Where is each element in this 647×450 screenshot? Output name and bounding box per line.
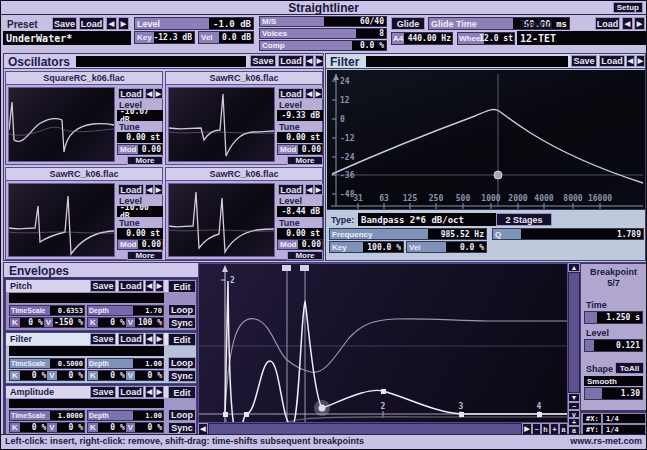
vscroll-thumb[interactable] <box>568 272 580 393</box>
breakpoint-time-slider[interactable]: 1.250 s <box>584 311 643 324</box>
oscillator-1-load-button[interactable]: Load <box>118 88 144 99</box>
preset-save-button[interactable]: Save <box>52 17 77 30</box>
envelope-amplitude-next-icon[interactable]: ▶ <box>155 386 164 398</box>
envelope-amplitude-timescale-slider[interactable]: TimeScale 1.0000 <box>9 410 85 421</box>
envelope-filter-loop-button[interactable]: Loop <box>168 357 196 369</box>
oscillator-2-next-icon[interactable]: ▶ <box>314 88 323 99</box>
envelope-pitch-depth-slider[interactable]: Depth 1.70 <box>87 305 164 316</box>
filter-stages-button[interactable]: 2 Stages <box>496 213 552 226</box>
filter-save-button[interactable]: Save <box>571 55 597 67</box>
filter-vel-slider[interactable]: Vel 0.0 % <box>406 241 487 253</box>
envelope-amplitude-sync-button[interactable]: Sync <box>168 422 196 434</box>
preset-name-field[interactable]: UnderWater* <box>3 31 131 45</box>
envelope-filter-depth-slider[interactable]: Depth 1.00 <box>87 358 164 369</box>
oscillator-3-tune-value[interactable]: 0.00 st <box>117 228 163 239</box>
breakpoint-shape-button[interactable]: ToAll <box>615 362 644 374</box>
envelope-pitch-sync-button[interactable]: Sync <box>168 317 196 329</box>
envelope-pitch-load-button[interactable]: Load <box>118 280 144 292</box>
breakpoint-level-slider[interactable]: 0.121 <box>584 339 643 352</box>
voices-slider[interactable]: Voices 8 <box>259 28 387 39</box>
oscillator-4-sample-name[interactable]: SawRC_k06.flac <box>166 168 322 181</box>
envelope-amplitude-edit-button[interactable]: Edit <box>168 386 196 399</box>
envelope-filter-save-button[interactable]: Save <box>90 333 116 345</box>
filter-prev-icon[interactable]: ◀ <box>626 55 635 67</box>
envelope-pitch-save-button[interactable]: Save <box>90 280 116 292</box>
oscillator-2-prev-icon[interactable]: ◀ <box>305 88 314 99</box>
oscillator-1-level-value[interactable]: -10.67 dB <box>117 110 163 121</box>
envelope-filter-file-field[interactable] <box>9 346 164 356</box>
envelope-pitch-kv2[interactable]: K 0 % V 100 % <box>87 317 164 328</box>
envelope-amplitude-kv2[interactable]: K 0 % V 0 % <box>87 422 164 433</box>
envelope-pitch-edit-button[interactable]: Edit <box>168 280 196 293</box>
envelope-amplitude-loop-button[interactable]: Loop <box>168 409 196 421</box>
envelope-pitch-file-field[interactable] <box>9 293 164 303</box>
envelope-amplitude-file-field[interactable] <box>9 399 164 408</box>
oscillator-4-prev-icon[interactable]: ◀ <box>305 184 314 195</box>
envelope-pitch-kv1[interactable]: K 0 % V -150 % <box>9 317 85 328</box>
oscillator-2-mod-slider[interactable]: Mod 0.00 <box>277 144 323 155</box>
preset-load-button[interactable]: Load <box>79 17 104 30</box>
breakpoint-smooth-slider[interactable]: 1.30 <box>584 387 643 400</box>
envelope-amplitude-depth-slider[interactable]: Depth 1.00 <box>87 410 164 421</box>
envelope-filter-edit-button[interactable]: Edit <box>168 333 196 346</box>
oscillator-4-more-button[interactable]: More <box>287 251 323 260</box>
oscillator-2-level-value[interactable]: -9.33 dB <box>277 110 323 121</box>
oscillator-2-sample-name[interactable]: SawRC_k06.flac <box>166 72 322 85</box>
filter-type-dropdown[interactable]: Bandpass 2*6 dB/oct <box>358 213 511 226</box>
envelope-pitch-next-icon[interactable]: ▶ <box>155 280 164 292</box>
vscroll-zoomin-button[interactable]: + <box>568 418 580 426</box>
envelope-filter-timescale-slider[interactable]: TimeScale 0.5000 <box>9 358 85 369</box>
filter-frequency-slider[interactable]: Frequency 985.52 Hz <box>329 228 487 240</box>
envelope-pitch-prev-icon[interactable]: ◀ <box>145 280 154 292</box>
oscillator-4-load-button[interactable]: Load <box>278 184 304 195</box>
wheel-slider[interactable]: Wheel 12.0 st <box>457 32 515 45</box>
oscillator-4-mod-slider[interactable]: Mod 0.00 <box>277 239 323 250</box>
envelope-filter-sync-button[interactable]: Sync <box>168 370 196 382</box>
filter-q-slider[interactable]: Q 1.789 <box>492 228 644 240</box>
oscillator-3-sample-name[interactable]: SawRC_k06.flac <box>6 168 162 181</box>
envelope-vscrollbar[interactable]: ▲ ▼ − v + a <box>568 263 580 435</box>
preset-next-icon[interactable]: ▶ <box>118 17 129 30</box>
level-vel-slider[interactable]: Vel 0.0 dB <box>198 31 254 44</box>
preset-prev-icon[interactable]: ◀ <box>106 17 117 30</box>
envelope-editor-graph[interactable]: 2 2 3 4 <box>198 263 568 423</box>
oscillator-1-tune-value[interactable]: 0.00 st <box>117 132 163 143</box>
oscillator-3-next-icon[interactable]: ▶ <box>154 184 163 195</box>
filter-load-button[interactable]: Load <box>599 55 625 67</box>
mid-side-slider[interactable]: M/S 60/40 <box>259 16 387 27</box>
envelope-amplitude-load-button[interactable]: Load <box>118 386 144 398</box>
oscillators-load-button[interactable]: Load <box>278 55 304 67</box>
envelope-amplitude-prev-icon[interactable]: ◀ <box>145 386 154 398</box>
envelope-amplitude-kv1[interactable]: K 0 % V 0 % <box>9 422 85 433</box>
envelope-pitch-timescale-slider[interactable]: TimeScale 0.6353 <box>9 305 85 316</box>
oscillators-prev-icon[interactable]: ◀ <box>305 55 314 67</box>
oscillator-4-tune-value[interactable]: 0.00 st <box>277 228 323 239</box>
glide-button[interactable]: Glide <box>391 17 425 30</box>
tuning-load-button[interactable]: Load <box>595 17 620 30</box>
status-website-link[interactable]: www.rs-met.com <box>570 436 642 446</box>
filter-key-slider[interactable]: Key 100.0 % <box>329 241 404 253</box>
tuning-value-field[interactable]: 12-TET <box>517 31 646 45</box>
oscillators-save-button[interactable]: Save <box>250 55 276 67</box>
oscillator-3-more-button[interactable]: More <box>127 251 163 260</box>
oscillator-2-tune-value[interactable]: 0.00 st <box>277 132 323 143</box>
vscroll-down-icon[interactable]: ▼ <box>568 393 580 402</box>
envelope-filter-next-icon[interactable]: ▶ <box>155 333 164 345</box>
oscillator-1-mod-slider[interactable]: Mod 0.00 <box>117 144 163 155</box>
envelope-filter-kv2[interactable]: K 0 % V 0 % <box>87 370 164 381</box>
vscroll-zoomout-button[interactable]: − <box>568 402 580 410</box>
comp-slider[interactable]: Comp 0.0 % <box>259 40 387 51</box>
oscillator-3-prev-icon[interactable]: ◀ <box>145 184 154 195</box>
oscillator-1-sample-name[interactable]: SquareRC_k06.flac <box>6 72 162 85</box>
oscillator-3-mod-slider[interactable]: Mod 0.00 <box>117 239 163 250</box>
envelope-filter-prev-icon[interactable]: ◀ <box>145 333 154 345</box>
tuning-next-icon[interactable]: ▶ <box>634 17 645 30</box>
vscroll-up-icon[interactable]: ▲ <box>568 263 580 272</box>
oscillators-next-icon[interactable]: ▶ <box>315 55 324 67</box>
a4-slider[interactable]: A4 440.00 Hz <box>391 32 453 45</box>
oscillator-2-more-button[interactable]: More <box>287 156 323 165</box>
envelope-filter-load-button[interactable]: Load <box>118 333 144 345</box>
filter-preset-field[interactable] <box>366 56 568 67</box>
level-slider[interactable]: Level -1.0 dB <box>134 17 254 30</box>
grid-y-value[interactable]: 1/4 <box>603 425 645 434</box>
